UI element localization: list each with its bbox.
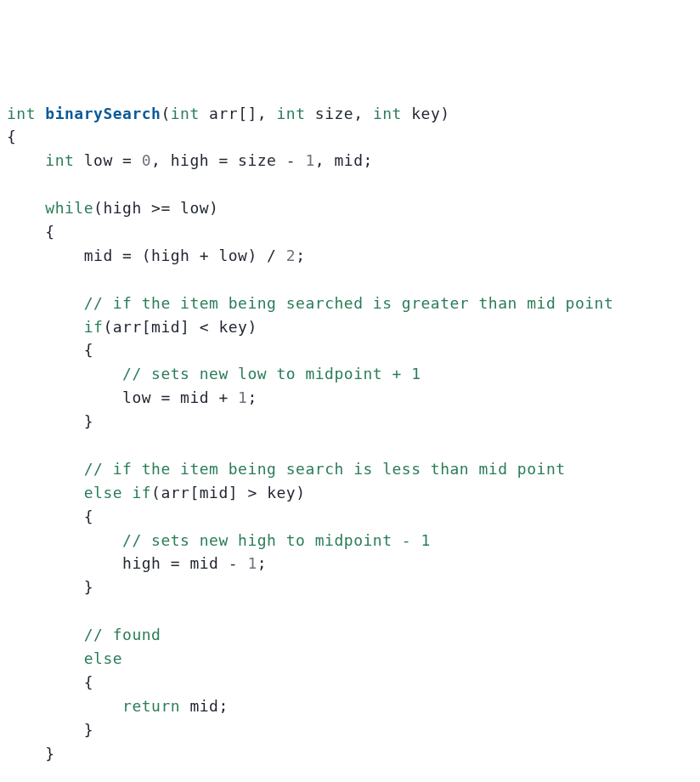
number-literal: 1 [238,388,247,406]
code-line: { [7,128,16,145]
code-line: { [7,673,93,691]
code-line: else if(arr[mid] > key) [7,484,305,502]
code-line: // if the item being search is less than… [7,460,566,478]
number-literal: 1 [305,151,314,169]
keyword-int: int [373,105,402,122]
comment: // if the item being search is less than… [84,460,566,478]
code-line: // sets new high to midpoint - 1 [7,531,431,549]
brackets: [] [238,105,257,122]
comment: // if the item being searched is greater… [84,294,614,312]
code-block: int binarySearch(int arr[], int size, in… [7,102,693,782]
function-name: binarySearch [45,105,161,122]
param-size: size [306,105,354,122]
code-line: mid = (high + low) / 2; [7,246,305,264]
keyword-int: int [277,105,306,122]
code-line: // if the item being searched is greater… [7,294,613,312]
comma: , [353,105,373,122]
code-line: } [7,412,93,430]
code-line: low = mid + 1; [7,388,257,406]
keyword-else: else [84,649,122,667]
code-line: // found [7,626,161,643]
brace-open: { [7,128,16,145]
keyword-int: int [45,151,74,169]
comment: // sets new high to midpoint - 1 [122,531,431,549]
code-line: high = mid - 1; [7,554,267,572]
keyword-while: while [45,199,93,217]
code-line: { [7,341,93,359]
comment: // sets new low to midpoint + 1 [122,365,421,382]
code-line: int binarySearch(int arr[], int size, in… [7,105,450,122]
comma: , [257,105,277,122]
keyword-else: else [84,484,122,502]
comment: // found [84,626,161,643]
code-line: } [7,578,93,596]
code-line: while(high >= low) [7,199,218,217]
param-key: key [402,105,440,122]
keyword-return: return [122,697,180,715]
code-line: int low = 0, high = size - 1, mid; [7,151,373,169]
code-line: } [7,721,93,739]
number-literal: 1 [247,554,257,572]
keyword-int: int [171,105,200,122]
param-arr: arr [200,105,238,122]
code-line: } [7,745,55,762]
paren-open: ( [161,105,170,122]
keyword-int: int [7,105,36,122]
code-line: return mid; [7,697,229,715]
code-line: // sets new low to midpoint + 1 [7,365,421,382]
number-literal: 0 [142,151,151,169]
code-line: else [7,649,122,667]
code-line: if(arr[mid] < key) [7,318,257,336]
keyword-if: if [84,318,104,336]
paren-close: ) [440,105,449,122]
keyword-if: if [132,484,151,502]
code-line: { [7,507,93,525]
code-line: { [7,223,55,241]
number-literal: 2 [286,246,296,264]
